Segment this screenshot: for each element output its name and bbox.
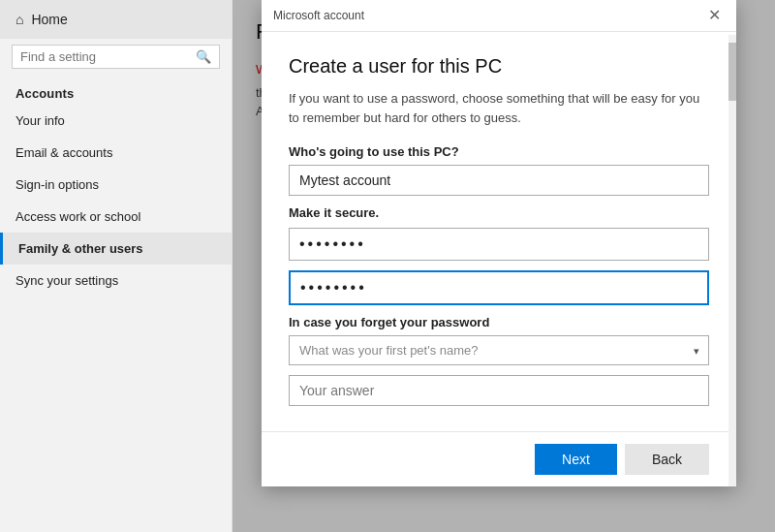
username-input[interactable] — [289, 165, 709, 196]
sidebar-item-label: Email & accounts — [16, 145, 112, 160]
sidebar-item-label: Your info — [16, 113, 65, 128]
sidebar-item-sign-in-options[interactable]: Sign-in options — [0, 169, 232, 201]
dialog-scrollbar-track — [728, 35, 736, 486]
dialog-description: If you want to use a password, choose so… — [289, 89, 709, 127]
dialog-body: Create a user for this PC If you want to… — [262, 32, 736, 431]
password-input[interactable] — [289, 228, 709, 261]
back-button[interactable]: Back — [625, 444, 709, 475]
security-answer-input[interactable] — [289, 375, 709, 406]
sidebar-item-email-accounts[interactable]: Email & accounts — [0, 137, 232, 169]
sidebar-item-label: Access work or school — [16, 209, 140, 224]
sidebar-item-label: Sync your settings — [16, 273, 118, 288]
dialog-close-button[interactable]: ✕ — [704, 8, 725, 23]
sidebar-item-family-users[interactable]: Family & other users — [0, 233, 232, 265]
search-box[interactable]: 🔍 — [12, 45, 220, 69]
dialog-footer: Next Back — [262, 431, 736, 486]
sidebar-item-home[interactable]: ⌂ Home — [0, 0, 232, 39]
dialog-titlebar-label: Microsoft account — [273, 9, 364, 22]
security-question-select[interactable]: What was your first pet's name? — [289, 335, 709, 365]
search-input[interactable] — [20, 49, 196, 64]
dialog-heading: Create a user for this PC — [289, 55, 709, 78]
sidebar-item-label: Family & other users — [18, 241, 143, 256]
sidebar-item-sync-settings[interactable]: Sync your settings — [0, 265, 232, 297]
sidebar-item-label: Sign-in options — [16, 177, 99, 192]
sidebar: ⌂ Home 🔍 Accounts Your info Email & acco… — [0, 0, 232, 532]
make-secure-label: Make it secure. — [289, 205, 709, 220]
dialog-titlebar: Microsoft account ✕ — [262, 0, 736, 32]
home-icon: ⌂ — [16, 12, 23, 27]
dialog: Microsoft account ✕ Create a user for th… — [262, 0, 736, 486]
sidebar-item-access-work[interactable]: Access work or school — [0, 201, 232, 233]
sidebar-item-your-info[interactable]: Your info — [0, 105, 232, 137]
sidebar-home-label: Home — [31, 12, 67, 27]
sidebar-section-title: Accounts — [0, 78, 232, 105]
search-icon: 🔍 — [196, 49, 211, 64]
next-button[interactable]: Next — [535, 444, 617, 475]
dialog-scrollbar-thumb[interactable] — [728, 43, 736, 101]
main-content: Family & other users W... th... Ac... ca… — [232, 0, 775, 532]
who-label: Who's going to use this PC? — [289, 144, 709, 159]
security-question-wrapper: What was your first pet's name? ▾ — [289, 335, 709, 365]
confirm-password-input[interactable] — [289, 270, 709, 305]
forget-label: In case you forget your password — [289, 315, 709, 329]
dialog-overlay: Microsoft account ✕ Create a user for th… — [232, 0, 775, 532]
